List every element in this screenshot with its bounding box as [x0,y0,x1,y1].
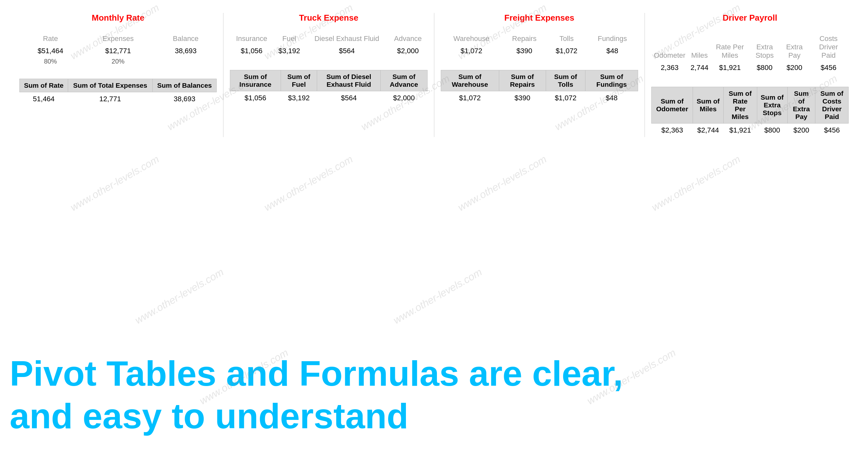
sum-column-header: Sum of Repairs [499,70,546,91]
table-cell: $48 [587,45,638,57]
table-cell: $2,000 [389,45,428,57]
section-monthly-rate: Monthly RateRateExpensesBalance$51,464$1… [13,13,223,137]
section-title-driver-payroll: Driver Payroll [651,13,848,23]
column-header: Miles [688,33,711,62]
sum-table-cell: $456 [815,124,848,137]
sum-table-cell: $3,192 [281,91,317,105]
table-cell: $200 [780,62,809,74]
pivot-lower-truck-expense: Sum of InsuranceSum of FuelSum of Diesel… [230,70,427,105]
table-cell: $1,072 [547,45,586,57]
table-cell: $3,192 [273,45,305,57]
table-cell: $12,771 [82,45,155,57]
column-header: Advance [389,33,428,45]
sum-column-header: Sum of Fuel [281,70,317,91]
column-header: Extra Stops [749,33,780,62]
table-cell: 2,363 [651,62,688,74]
sum-column-header: Sum of Warehouse [441,70,499,91]
sum-table-cell: $2,744 [693,124,723,137]
section-freight-expenses: Freight ExpensesWarehouseRepairsTollsFun… [434,13,645,137]
column-header: Insurance [230,33,273,45]
big-text-overlay: Pivot Tables and Formulas are clear, and… [0,352,868,437]
sum-table-cell: $1,921 [723,124,757,137]
sum-column-header: Sum of Rate Per Miles [723,87,757,124]
sum-column-header: Sum of Diesel Exhaust Fluid [317,70,381,91]
table-cell: $390 [502,45,547,57]
table-cell: 80% [20,57,82,66]
sections-row: Monthly RateRateExpensesBalance$51,464$1… [13,13,855,137]
table-cell [155,57,217,66]
sum-table-cell: $1,072 [441,91,499,105]
table-cell: 20% [82,57,155,66]
sum-table-cell: $390 [499,91,546,105]
sum-table-cell: $564 [317,91,381,105]
section-title-truck-expense: Truck Expense [230,13,427,23]
sum-table-cell: $200 [787,124,815,137]
sum-table-cell: $2,363 [651,124,693,137]
table-cell: $800 [749,62,780,74]
column-header: Expenses [82,33,155,45]
section-title-freight-expenses: Freight Expenses [441,13,638,23]
big-text-line1: Pivot Tables and Formulas are clear, [10,352,868,395]
pivot-upper-freight-expenses: WarehouseRepairsTollsFundings$1,072$390$… [441,33,638,57]
table-cell: $456 [809,62,848,74]
column-header: Odometer [651,33,688,62]
pivot-lower-monthly-rate: Sum of RateSum of Total ExpensesSum of B… [20,79,217,106]
pivot-upper-driver-payroll: OdometerMilesRate Per MilesExtra StopsEx… [651,33,848,74]
sum-column-header: Sum of Fundings [585,70,638,91]
sum-column-header: Sum of Tolls [546,70,585,91]
sum-table-cell: 38,693 [152,92,217,106]
sum-column-header: Sum of Extra Pay [787,87,815,124]
column-header: Fundings [587,33,638,45]
sum-table-cell: 51,464 [20,92,68,106]
column-header: Fuel [273,33,305,45]
section-truck-expense: Truck ExpenseInsuranceFuelDiesel Exhaust… [223,13,434,137]
sum-table-cell: $1,072 [546,91,585,105]
column-header: Extra Pay [780,33,809,62]
pivot-upper-monthly-rate: RateExpensesBalance$51,464$12,77138,6938… [20,33,217,66]
pivot-lower-freight-expenses: Sum of WarehouseSum of RepairsSum of Tol… [441,70,638,105]
sum-column-header: Sum of Costs Driver Paid [815,87,848,124]
column-header: Tolls [547,33,586,45]
column-header: Diesel Exhaust Fluid [305,33,388,45]
pivot-upper-truck-expense: InsuranceFuelDiesel Exhaust FluidAdvance… [230,33,427,57]
column-header: Warehouse [441,33,502,45]
sum-column-header: Sum of Total Expenses [68,79,152,92]
table-cell: 2,744 [688,62,711,74]
sum-column-header: Sum of Odometer [651,87,693,124]
column-header: Repairs [502,33,547,45]
section-driver-payroll: Driver PayrollOdometerMilesRate Per Mile… [645,13,855,137]
sum-table-cell: 12,771 [68,92,152,106]
table-cell: $1,056 [230,45,273,57]
sum-column-header: Sum of Insurance [230,70,281,91]
table-cell: $1,921 [711,62,749,74]
section-title-monthly-rate: Monthly Rate [20,13,217,23]
pivot-lower-driver-payroll: Sum of OdometerSum of MilesSum of Rate P… [651,87,848,137]
sum-table-cell: $1,056 [230,91,281,105]
table-cell: $564 [305,45,388,57]
table-cell: 38,693 [155,45,217,57]
sum-column-header: Sum of Balances [152,79,217,92]
sum-table-cell: $48 [585,91,638,105]
sum-column-header: Sum of Miles [693,87,723,124]
column-header: Rate Per Miles [711,33,749,62]
table-cell: $51,464 [20,45,82,57]
sum-table-cell: $2,000 [381,91,427,105]
sum-column-header: Sum of Advance [381,70,427,91]
sum-table-cell: $800 [757,124,787,137]
sum-column-header: Sum of Extra Stops [757,87,787,124]
column-header: Balance [155,33,217,45]
column-header: Costs Driver Paid [809,33,848,62]
column-header: Rate [20,33,82,45]
table-cell: $1,072 [441,45,502,57]
big-text-line2: and easy to understand [10,395,868,437]
sum-column-header: Sum of Rate [20,79,68,92]
